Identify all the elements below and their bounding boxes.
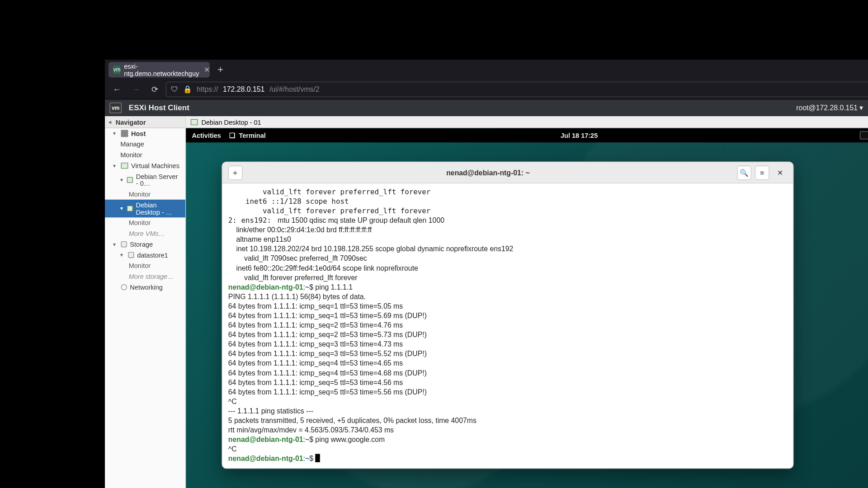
nav-vm-desktop-monitor[interactable]: Monitor [105, 217, 185, 228]
nav-datastore1-monitor[interactable]: Monitor [105, 260, 185, 271]
vm-icon [191, 119, 198, 125]
clock[interactable]: Jul 18 17:25 [561, 131, 598, 139]
user-menu[interactable]: root@172.28.0.151 ▾ [794, 103, 865, 112]
host-icon [121, 130, 128, 137]
vmware-logo-icon: vm [110, 102, 122, 113]
breadcrumb: Debian Desktop - 01 ▭ ▢ ◻ ⧉ ⚙ Actions ✕ [186, 116, 868, 128]
url-scheme: https:// [197, 85, 218, 93]
hamburger-icon[interactable]: ≡ [755, 165, 769, 180]
nav-more-vms[interactable]: More VMs… [105, 228, 185, 239]
nav-networking[interactable]: ▾Networking [105, 282, 185, 293]
close-icon[interactable]: ✕ [773, 165, 787, 180]
close-tab-icon[interactable]: ✕ [203, 66, 211, 74]
terminal-icon: ❑ [229, 131, 235, 139]
nav-storage[interactable]: ▾Storage [105, 239, 185, 250]
current-app[interactable]: ❑Terminal [229, 131, 265, 139]
main-panel: Debian Desktop - 01 ▭ ▢ ◻ ⧉ ⚙ Actions ✕ … [186, 116, 868, 488]
nav-vm-server[interactable]: ▾Debian Server - 0… [105, 171, 185, 189]
back-button[interactable]: ← [108, 81, 125, 98]
nav-vm-desktop[interactable]: ▾Debian Desktop - … [105, 200, 185, 218]
activities-button[interactable]: Activities [192, 131, 221, 139]
url-host: 172.28.0.151 [223, 85, 264, 93]
url-bar[interactable]: 🛡 🔒 https://172.28.0.151/ui/#/host/vms/2… [165, 81, 868, 97]
esxi-header: vm ESXi Host Client root@172.28.0.151 ▾ … [105, 99, 868, 116]
nav-vm-server-monitor[interactable]: Monitor [105, 189, 185, 200]
terminal-header: ＋ nenad@debian-ntg-01: ~ 🔍 ≡ ✕ [222, 162, 793, 183]
chevron-down-icon: ▾ [859, 103, 863, 112]
vm-console[interactable]: Activities ❑Terminal Jul 18 17:25 🖧 🔊 ⏻ … [186, 128, 868, 488]
vm-icon [127, 177, 133, 183]
terminal-output[interactable]: valid_lft forever preferred_lft forever … [222, 183, 793, 468]
new-tab-button[interactable]: ＋ [213, 63, 228, 76]
navigator-panel: ◂Navigator ▾Host Manage Monitor ▾Virtual… [105, 116, 186, 488]
new-tab-button[interactable]: ＋ [228, 165, 243, 180]
page-title: Debian Desktop - 01 [202, 118, 261, 126]
vm-icon [121, 163, 128, 169]
terminal-window: ＋ nenad@debian-ntg-01: ~ 🔍 ≡ ✕ valid_lft… [222, 161, 793, 469]
datastore-icon [128, 252, 134, 258]
nav-datastore1[interactable]: ▾datastore1 [105, 249, 185, 260]
lock-icon[interactable]: 🔒 [183, 85, 192, 93]
collapse-icon: ◂ [108, 119, 113, 125]
nav-host[interactable]: ▾Host [105, 128, 185, 139]
gnome-top-bar: Activities ❑Terminal Jul 18 17:25 🖧 🔊 ⏻ [186, 128, 868, 143]
forward-button[interactable]: → [127, 81, 144, 98]
workspace-1[interactable] [860, 131, 868, 139]
navigator-title[interactable]: ◂Navigator [105, 116, 185, 128]
shield-icon[interactable]: 🛡 [171, 85, 178, 93]
nav-vms[interactable]: ▾Virtual Machines [105, 160, 185, 171]
browser-tab[interactable]: vm esxi-ntg.demo.networktechguy ✕ [108, 62, 210, 77]
browser-toolbar: ← → ⟳ 🛡 🔒 https://172.28.0.151/ui/#/host… [105, 79, 868, 99]
tab-favicon-icon: vm [113, 66, 120, 74]
product-title: ESXi Host Client [129, 103, 189, 112]
nav-host-monitor[interactable]: Monitor [105, 150, 185, 160]
reload-button[interactable]: ⟳ [146, 81, 163, 98]
url-path: /ui/#/host/vms/2 [269, 85, 320, 93]
nav-host-manage[interactable]: Manage [105, 139, 185, 150]
terminal-title: nenad@debian-ntg-01: ~ [242, 169, 733, 177]
search-icon[interactable]: 🔍 [737, 165, 751, 180]
browser-tabbar: vm esxi-ntg.demo.networktechguy ✕ ＋ ⌄ Pr… [105, 60, 868, 79]
networking-icon [121, 284, 127, 290]
tab-title: esxi-ntg.demo.networktechguy [124, 62, 199, 77]
vm-icon [127, 206, 133, 211]
nav-more-storage[interactable]: More storage… [105, 271, 185, 282]
storage-icon [121, 241, 127, 247]
